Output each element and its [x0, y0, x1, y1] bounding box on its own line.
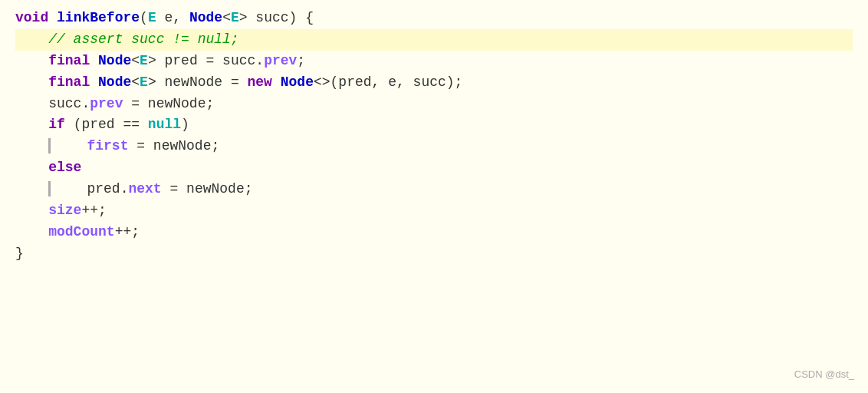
- code-block: void linkBefore(E e, Node<E> succ) { // …: [0, 0, 868, 393]
- type-Node-1: Node: [189, 10, 222, 25]
- code-line-5: succ.prev = newNode;: [15, 94, 853, 115]
- field-first: first: [87, 138, 128, 154]
- keyword-null: null: [148, 117, 181, 132]
- code-line-6: if (pred == null): [15, 114, 853, 136]
- plain-border-2: [15, 181, 48, 196]
- watermark-text: CSDN @dst_: [794, 367, 854, 382]
- field-prev-1: prev: [264, 53, 297, 68]
- field-prev-2: prev: [90, 96, 123, 111]
- plain-border-1: [15, 138, 48, 154]
- field-modcount: modCount: [48, 224, 114, 239]
- type-param-E-2: E: [231, 10, 239, 25]
- type-Node-2: Node: [98, 53, 131, 68]
- plain-3: e,: [156, 10, 189, 25]
- indent-6: [15, 117, 48, 132]
- indent-8: [15, 160, 48, 175]
- plain-5: > succ) {: [239, 10, 314, 25]
- code-line-4: final Node<E> newNode = new Node<>(pred,…: [15, 72, 853, 94]
- indent-7: [54, 138, 87, 154]
- plain-6: [90, 53, 98, 68]
- plain-12: > newNode =: [148, 74, 248, 90]
- keyword-else: else: [48, 160, 81, 175]
- plain-18: ): [181, 117, 189, 132]
- indent-10: [15, 203, 48, 218]
- plain-11: <: [131, 74, 140, 90]
- plain-9: ;: [297, 53, 305, 68]
- plain-8: > pred = succ.: [148, 53, 264, 68]
- keyword-void: void: [15, 10, 48, 25]
- keyword-if: if: [48, 117, 65, 132]
- plain-4: <: [222, 10, 231, 25]
- type-param-E-1: E: [148, 10, 156, 25]
- indent-9: [54, 181, 87, 196]
- plain-15: succ.: [48, 96, 90, 111]
- code-line-9: pred.next = newNode;: [15, 179, 853, 200]
- plain-1: [48, 10, 57, 25]
- indent-11: [15, 224, 48, 239]
- code-line-3: final Node<E> pred = succ.prev;: [15, 51, 853, 72]
- indent-4: [15, 74, 48, 90]
- closing-brace: }: [15, 246, 24, 261]
- plain-23: ++;: [115, 224, 140, 239]
- code-line-2: // assert succ != null;: [15, 29, 853, 51]
- type-param-E-4: E: [140, 74, 148, 90]
- code-line-11: modCount++;: [15, 222, 853, 243]
- block-border-1: first = newNode;: [48, 138, 219, 154]
- comment-assert: // assert succ != null;: [48, 31, 238, 47]
- type-Node-3: Node: [98, 74, 131, 90]
- plain-16: = newNode;: [123, 96, 214, 111]
- field-next: next: [128, 181, 161, 196]
- indent-5: [15, 96, 48, 111]
- indent-2: [15, 31, 48, 47]
- plain-21: = newNode;: [162, 181, 253, 196]
- plain-14: <>(pred, e, succ);: [314, 74, 462, 90]
- plain-19: = newNode;: [128, 138, 219, 154]
- plain-13: [272, 74, 281, 90]
- code-line-1: void linkBefore(E e, Node<E> succ) {: [15, 8, 853, 29]
- plain-17: (pred ==: [65, 117, 148, 132]
- plain-10: [90, 74, 98, 90]
- code-line-10: size++;: [15, 200, 853, 222]
- keyword-final-1: final: [48, 53, 90, 68]
- field-size: size: [48, 203, 81, 218]
- plain-22: ++;: [81, 203, 106, 218]
- method-name: linkBefore: [57, 10, 140, 25]
- plain-20: pred.: [87, 181, 128, 196]
- type-Node-4: Node: [281, 74, 314, 90]
- code-line-12: }: [15, 243, 853, 265]
- keyword-new: new: [248, 74, 272, 90]
- code-line-8: else: [15, 157, 853, 179]
- indent-3: [15, 53, 48, 68]
- keyword-final-2: final: [48, 74, 90, 90]
- plain-2: (: [140, 10, 148, 25]
- code-line-7: first = newNode;: [15, 136, 853, 157]
- plain-7: <: [131, 53, 140, 68]
- block-border-2: pred.next = newNode;: [48, 181, 252, 196]
- type-param-E-3: E: [140, 53, 148, 68]
